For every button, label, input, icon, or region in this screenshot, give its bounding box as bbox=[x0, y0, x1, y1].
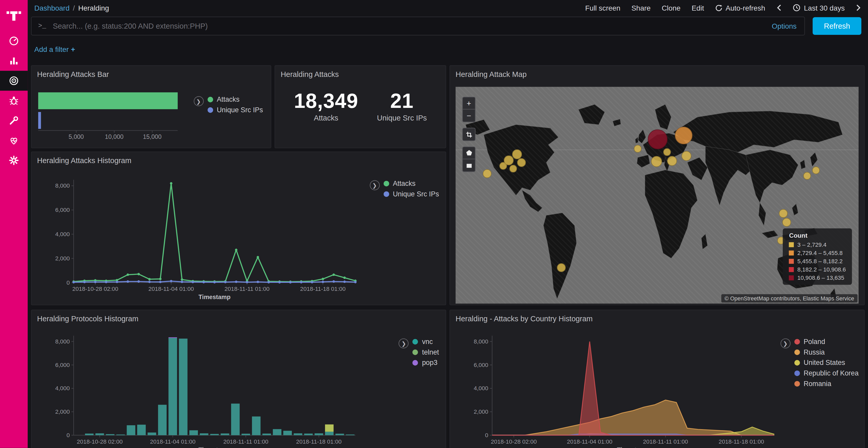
sidebar bbox=[0, 0, 28, 448]
map-marker[interactable] bbox=[651, 156, 662, 167]
legend-expand-icon[interactable]: ❯ bbox=[193, 96, 204, 106]
legend-expand-icon[interactable]: ❯ bbox=[780, 338, 790, 348]
legend-item[interactable]: Unique Src IPs bbox=[208, 106, 263, 114]
legend-label: 5,455.8 – 8,182.2 bbox=[798, 258, 843, 265]
legend-item[interactable]: 2,729.4 – 5,455.8 bbox=[789, 249, 846, 256]
legend-item[interactable]: 3 – 2,729.4 bbox=[789, 241, 846, 248]
svg-text:4,000: 4,000 bbox=[474, 385, 488, 391]
legend-item[interactable]: Attacks bbox=[208, 96, 263, 103]
wrench-icon bbox=[8, 115, 20, 126]
legend-item[interactable]: Poland bbox=[794, 338, 859, 346]
map-marker[interactable] bbox=[803, 172, 811, 180]
map-marker[interactable] bbox=[648, 130, 668, 149]
map-draw-polygon-button[interactable] bbox=[463, 147, 475, 159]
terminal-prompt-icon: >_ bbox=[38, 22, 46, 30]
map-marker[interactable] bbox=[779, 209, 788, 218]
time-back-button[interactable] bbox=[776, 4, 782, 12]
legend-item[interactable]: telnet bbox=[412, 348, 439, 356]
sidebar-item-tools[interactable] bbox=[0, 111, 28, 131]
svg-text:15,000: 15,000 bbox=[143, 133, 161, 140]
breadcrumb-dashboard-link[interactable]: Dashboard bbox=[34, 4, 69, 12]
legend-item[interactable]: Attacks bbox=[383, 180, 439, 187]
world-map[interactable]: + − bbox=[456, 87, 859, 304]
svg-text:4,000: 4,000 bbox=[55, 385, 70, 391]
legend-item[interactable]: United States bbox=[794, 359, 859, 367]
sidebar-item-settings[interactable] bbox=[0, 150, 28, 170]
map-marker[interactable] bbox=[517, 158, 526, 167]
legend-label: Republic of Korea bbox=[804, 369, 859, 377]
map-marker[interactable] bbox=[667, 156, 677, 166]
map-marker[interactable] bbox=[512, 149, 522, 160]
legend-dot bbox=[383, 181, 389, 186]
svg-text:0: 0 bbox=[66, 432, 70, 439]
protocols-bar-chart[interactable]: 02,0004,0006,0008,0002018-10-28 02:00201… bbox=[48, 330, 361, 448]
map-fit-bounds-button[interactable] bbox=[463, 128, 475, 140]
refresh-button[interactable]: Refresh bbox=[813, 17, 862, 35]
telekom-logo[interactable] bbox=[0, 0, 28, 31]
panel-country-histogram: Heralding - Attacks by Country Histogram… bbox=[450, 310, 865, 448]
map-marker[interactable] bbox=[812, 166, 820, 174]
sidebar-item-dashboard[interactable] bbox=[0, 31, 28, 51]
map-marker[interactable] bbox=[504, 156, 514, 166]
share-button[interactable]: Share bbox=[631, 4, 650, 12]
breadcrumb-current: Heralding bbox=[78, 4, 109, 12]
map-attribution[interactable]: © OpenStreetMap contributors, Elastic Ma… bbox=[721, 294, 858, 303]
map-marker[interactable] bbox=[675, 127, 692, 144]
search-input[interactable] bbox=[52, 22, 766, 31]
sidebar-item-bugs[interactable] bbox=[0, 91, 28, 110]
legend-expand-icon[interactable]: ❯ bbox=[399, 338, 409, 348]
legend-item[interactable]: Russia bbox=[794, 348, 859, 356]
map-marker[interactable] bbox=[782, 218, 791, 227]
svg-text:4,000: 4,000 bbox=[55, 231, 70, 237]
legend-item[interactable]: Unique Src IPs bbox=[383, 190, 439, 198]
sidebar-item-attack-map[interactable] bbox=[0, 71, 28, 91]
auto-refresh-button[interactable]: Auto-refresh bbox=[715, 4, 765, 12]
panel-title: Heralding Attacks bbox=[275, 66, 445, 78]
query-options-link[interactable]: Options bbox=[772, 22, 798, 30]
map-zoom-out-button[interactable]: − bbox=[463, 109, 475, 122]
legend-item[interactable]: 5,455.8 – 8,182.2 bbox=[789, 258, 846, 265]
telekom-t-icon bbox=[5, 7, 22, 24]
map-marker[interactable] bbox=[681, 151, 691, 161]
legend-item[interactable]: pop3 bbox=[412, 359, 439, 367]
attacks-histogram-legend: ❯ AttacksUnique Src IPs bbox=[370, 180, 439, 198]
target-icon bbox=[8, 75, 20, 86]
sidebar-nav bbox=[0, 31, 28, 170]
legend-item[interactable]: Romania bbox=[794, 380, 859, 388]
map-marker[interactable] bbox=[483, 169, 491, 178]
svg-text:5,000: 5,000 bbox=[69, 133, 84, 140]
map-marker[interactable] bbox=[634, 145, 642, 152]
legend-item[interactable]: 8,182.2 – 10,908.6 bbox=[789, 266, 846, 273]
full-screen-button[interactable]: Full screen bbox=[585, 4, 620, 12]
attacks-bar-chart[interactable]: 5,00010,00015,000 bbox=[37, 88, 212, 142]
chevron-right-icon bbox=[856, 4, 861, 12]
legend-label: Poland bbox=[804, 338, 825, 346]
legend-item[interactable]: 10,908.6 – 13,635 bbox=[789, 274, 846, 281]
time-range-button[interactable]: Last 30 days bbox=[793, 4, 845, 12]
map-marker[interactable] bbox=[509, 165, 517, 173]
legend-dot bbox=[789, 259, 794, 264]
legend-label: Attacks bbox=[217, 96, 240, 103]
country-area-chart[interactable]: 02,0004,0006,0008,0002018-10-28 02:00201… bbox=[467, 330, 779, 448]
chevron-left-icon bbox=[776, 4, 782, 12]
map-zoom-in-button[interactable]: + bbox=[463, 97, 475, 109]
map-marker[interactable] bbox=[663, 148, 671, 156]
sidebar-item-analytics[interactable] bbox=[0, 51, 28, 71]
add-filter-link[interactable]: Add a filter+ bbox=[34, 45, 75, 54]
sidebar-item-health[interactable] bbox=[0, 131, 28, 150]
svg-text:2018-11-04 01:00: 2018-11-04 01:00 bbox=[567, 439, 613, 445]
edit-button[interactable]: Edit bbox=[691, 4, 704, 12]
svg-text:Timestamp: Timestamp bbox=[198, 446, 230, 448]
legend-item[interactable]: vnc bbox=[412, 338, 439, 346]
time-forward-button[interactable] bbox=[856, 4, 861, 12]
legend-dot bbox=[412, 349, 418, 355]
map-marker[interactable] bbox=[557, 264, 565, 272]
clone-button[interactable]: Clone bbox=[661, 4, 680, 12]
svg-text:2018-11-04 01:00: 2018-11-04 01:00 bbox=[149, 286, 194, 292]
legend-item[interactable]: Republic of Korea bbox=[794, 369, 859, 377]
map-draw-rectangle-button[interactable] bbox=[463, 159, 475, 171]
attacks-line-chart[interactable]: 02,0004,0006,0008,0002018-10-28 02:00201… bbox=[48, 174, 361, 305]
crop-icon bbox=[465, 131, 472, 138]
svg-text:2018-10-28 02:00: 2018-10-28 02:00 bbox=[491, 439, 537, 445]
legend-expand-icon[interactable]: ❯ bbox=[370, 180, 380, 191]
